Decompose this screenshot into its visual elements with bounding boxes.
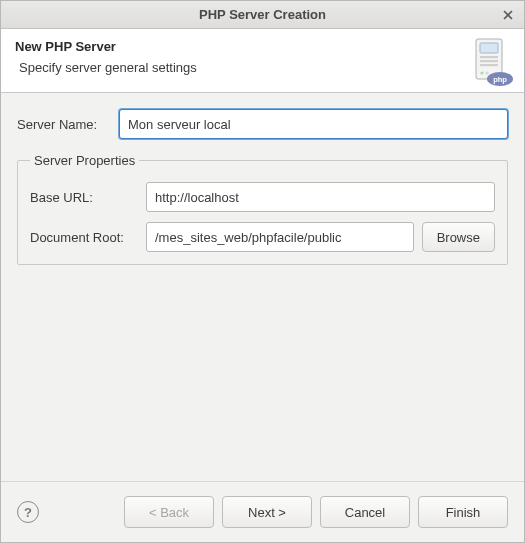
back-button[interactable]: < Back: [124, 496, 214, 528]
base-url-row: Base URL:: [30, 182, 495, 212]
help-button[interactable]: ?: [17, 501, 39, 523]
wizard-header: New PHP Server Specify server general se…: [1, 29, 524, 93]
svg-rect-6: [480, 64, 498, 66]
svg-rect-3: [480, 43, 498, 53]
svg-text:php: php: [493, 75, 507, 84]
wizard-content: Server Name: Server Properties Base URL:…: [1, 93, 524, 481]
svg-point-7: [480, 71, 483, 74]
close-icon: [503, 10, 513, 20]
wizard-footer: ? < Back Next > Cancel Finish: [1, 481, 524, 542]
document-root-input[interactable]: [146, 222, 414, 252]
titlebar: PHP Server Creation: [1, 1, 524, 29]
dialog-window: PHP Server Creation New PHP Server Speci…: [0, 0, 525, 543]
server-name-row: Server Name:: [17, 109, 508, 139]
svg-rect-4: [480, 56, 498, 58]
close-button[interactable]: [498, 5, 518, 25]
next-button[interactable]: Next >: [222, 496, 312, 528]
cancel-button[interactable]: Cancel: [320, 496, 410, 528]
page-subtitle: Specify server general settings: [19, 60, 510, 75]
browse-button[interactable]: Browse: [422, 222, 495, 252]
server-name-label: Server Name:: [17, 117, 111, 132]
server-name-input[interactable]: [119, 109, 508, 139]
svg-point-8: [485, 71, 488, 74]
base-url-input[interactable]: [146, 182, 495, 212]
document-root-row: Document Root: Browse: [30, 222, 495, 252]
svg-rect-5: [480, 60, 498, 62]
document-root-label: Document Root:: [30, 230, 138, 245]
finish-button[interactable]: Finish: [418, 496, 508, 528]
php-server-icon: php: [470, 37, 514, 87]
help-icon: ?: [24, 505, 32, 520]
server-properties-group: Server Properties Base URL: Document Roo…: [17, 153, 508, 265]
base-url-label: Base URL:: [30, 190, 138, 205]
window-title: PHP Server Creation: [1, 7, 524, 22]
server-properties-legend: Server Properties: [30, 153, 139, 168]
page-title: New PHP Server: [15, 39, 510, 54]
